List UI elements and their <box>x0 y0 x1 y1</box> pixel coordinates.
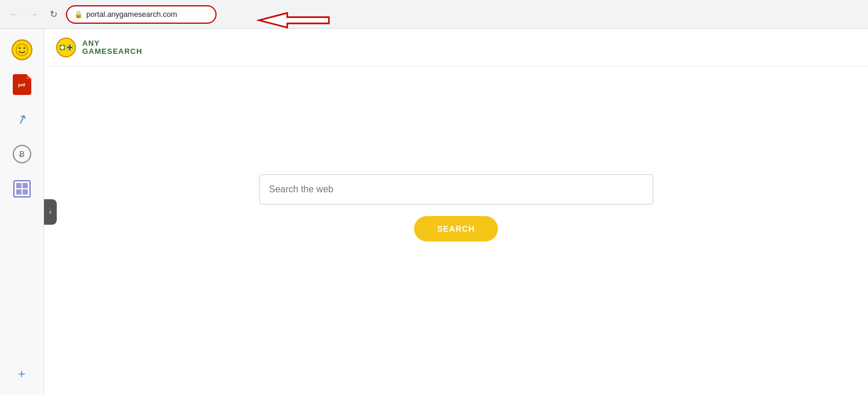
top-bar: ANY GAMESEARCH <box>44 29 868 67</box>
main-content: ANY GAMESEARCH SEARCH <box>44 29 868 395</box>
svg-point-1 <box>16 44 28 56</box>
crypto-icon: Ƀ <box>13 145 31 163</box>
svg-point-2 <box>19 47 20 49</box>
svg-point-3 <box>23 47 25 49</box>
reload-button[interactable]: ↻ <box>45 6 61 23</box>
forward-button[interactable]: → <box>25 6 42 23</box>
sidebar-item-pdf[interactable]: pdf <box>10 73 34 96</box>
redirect-icon: ↗ <box>14 111 30 129</box>
browser-body: pdf ↗ Ƀ ‹ + <box>0 29 868 395</box>
svg-point-12 <box>71 48 72 50</box>
lock-icon: 🔒 <box>74 10 83 19</box>
svg-point-10 <box>71 45 72 47</box>
address-bar[interactable]: 🔒 portal.anygamesearch.com <box>66 5 217 24</box>
url-text: portal.anygamesearch.com <box>86 10 177 19</box>
search-input-container <box>259 174 653 204</box>
pdf-icon: pdf <box>13 74 31 95</box>
add-icon: + <box>18 368 25 381</box>
back-button[interactable]: ← <box>6 6 22 23</box>
sidebar-item-add[interactable]: + <box>10 363 34 386</box>
sidebar-collapse-button[interactable]: ‹ <box>44 199 57 225</box>
svg-point-11 <box>67 48 69 50</box>
sidebar-item-grid[interactable] <box>10 177 34 200</box>
svg-marker-0 <box>259 13 329 27</box>
gamesearch-favicon-icon <box>12 39 32 60</box>
logo-icon <box>56 37 76 58</box>
sidebar-item-gamesearch[interactable] <box>10 38 34 61</box>
svg-point-9 <box>67 45 69 47</box>
sidebar-item-crypto[interactable]: Ƀ <box>10 142 34 166</box>
grid-icon <box>13 180 31 198</box>
search-area: SEARCH <box>44 67 868 395</box>
address-bar-wrapper: 🔒 portal.anygamesearch.com <box>66 5 217 24</box>
svg-point-4 <box>57 38 75 57</box>
collapse-icon: ‹ <box>49 208 52 216</box>
sidebar: pdf ↗ Ƀ ‹ + <box>0 29 44 395</box>
search-button[interactable]: SEARCH <box>414 216 498 242</box>
logo-gamesearch-text: GAMESEARCH <box>82 47 142 56</box>
search-input[interactable] <box>259 174 653 204</box>
nav-buttons: ← → ↻ <box>6 6 61 23</box>
annotation-arrow <box>251 10 344 31</box>
sidebar-item-bookmark[interactable]: ↗ <box>10 108 34 131</box>
logo-any-text: ANY <box>82 39 142 47</box>
svg-rect-8 <box>60 46 64 49</box>
browser-chrome: ← → ↻ 🔒 portal.anygamesearch.com <box>0 0 868 29</box>
logo-text: ANY GAMESEARCH <box>82 39 142 56</box>
logo-area: ANY GAMESEARCH <box>56 37 142 58</box>
